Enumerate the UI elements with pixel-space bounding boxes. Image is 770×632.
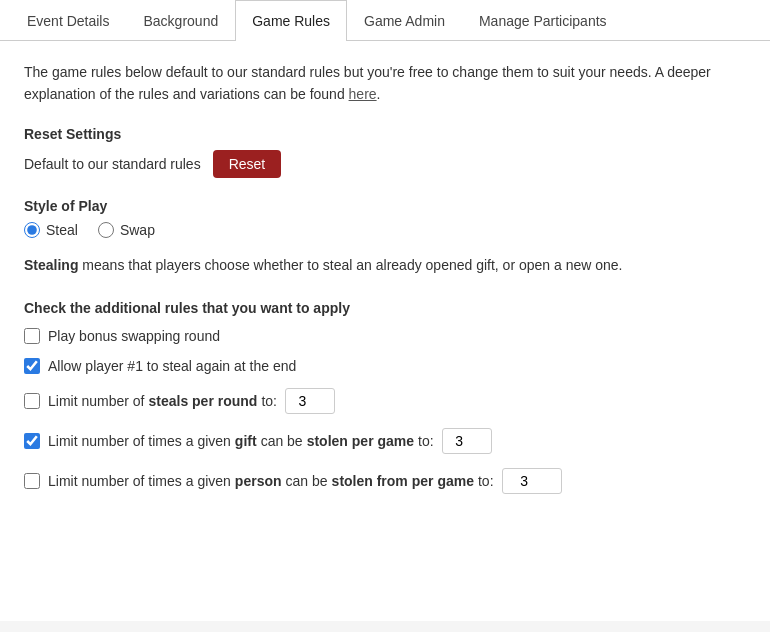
- gift-stolen-before: Limit number of times a given: [48, 433, 231, 449]
- gift-bold: gift: [235, 433, 257, 449]
- reset-label: Default to our standard rules: [24, 156, 201, 172]
- style-of-play-title: Style of Play: [24, 198, 746, 214]
- reset-button[interactable]: Reset: [213, 150, 282, 178]
- tab-manage-participants[interactable]: Manage Participants: [462, 0, 624, 41]
- limit-gift-stolen-label[interactable]: Limit number of times a given gift can b…: [48, 433, 434, 449]
- stealing-rest: means that players choose whether to ste…: [78, 257, 622, 273]
- steals-per-round-bold: steals per round: [148, 393, 257, 409]
- tab-game-rules[interactable]: Game Rules: [235, 0, 347, 41]
- person-stolen-before: Limit number of times a given: [48, 473, 231, 489]
- person-stolen-after: to:: [478, 473, 494, 489]
- bonus-swap-label[interactable]: Play bonus swapping round: [48, 328, 220, 344]
- steal-again-label[interactable]: Allow player #1 to steal again at the en…: [48, 358, 296, 374]
- intro-text-after: .: [377, 86, 381, 102]
- limit-steals-round-label[interactable]: Limit number of steals per round to:: [48, 393, 277, 409]
- tab-bar: Event Details Background Game Rules Game…: [0, 0, 770, 41]
- rule-steal-again: Allow player #1 to steal again at the en…: [24, 358, 746, 374]
- gift-stolen-after: to:: [418, 433, 434, 449]
- steal-radio[interactable]: [24, 222, 40, 238]
- person-stolen-middle: can be: [286, 473, 328, 489]
- reset-row: Default to our standard rules Reset: [24, 150, 746, 178]
- steal-again-checkbox[interactable]: [24, 358, 40, 374]
- limit-gift-stolen-input[interactable]: [442, 428, 492, 454]
- gift-stolen-middle: can be: [261, 433, 303, 449]
- intro-paragraph: The game rules below default to our stan…: [24, 61, 746, 106]
- additional-rules-section: Check the additional rules that you want…: [24, 300, 746, 494]
- stolen-per-game-bold: stolen per game: [307, 433, 414, 449]
- bonus-swap-checkbox[interactable]: [24, 328, 40, 344]
- steal-again-text: Allow player #1 to steal again at the en…: [48, 358, 296, 374]
- limit-steals-round-input[interactable]: [285, 388, 335, 414]
- steal-option[interactable]: Steal: [24, 222, 78, 238]
- style-of-play-section: Style of Play Steal Swap Stealing means …: [24, 198, 746, 276]
- rule-limit-steals-round: Limit number of steals per round to:: [24, 388, 746, 414]
- swap-radio[interactable]: [98, 222, 114, 238]
- here-link[interactable]: here: [349, 86, 377, 102]
- stealing-description: Stealing means that players choose wheth…: [24, 254, 746, 276]
- swap-label: Swap: [120, 222, 155, 238]
- reset-section-title: Reset Settings: [24, 126, 746, 142]
- rule-limit-person-stolen: Limit number of times a given person can…: [24, 468, 746, 494]
- additional-rules-title: Check the additional rules that you want…: [24, 300, 746, 316]
- tab-background[interactable]: Background: [126, 0, 235, 41]
- limit-person-stolen-label[interactable]: Limit number of times a given person can…: [48, 473, 494, 489]
- limit-steals-round-after: to:: [261, 393, 277, 409]
- limit-steals-round-before: Limit number of: [48, 393, 144, 409]
- tab-game-admin[interactable]: Game Admin: [347, 0, 462, 41]
- swap-option[interactable]: Swap: [98, 222, 155, 238]
- limit-gift-stolen-checkbox[interactable]: [24, 433, 40, 449]
- stolen-from-per-game-bold: stolen from per game: [332, 473, 474, 489]
- limit-steals-round-checkbox[interactable]: [24, 393, 40, 409]
- person-bold: person: [235, 473, 282, 489]
- rule-limit-gift-stolen: Limit number of times a given gift can b…: [24, 428, 746, 454]
- steal-label: Steal: [46, 222, 78, 238]
- bonus-swap-text: Play bonus swapping round: [48, 328, 220, 344]
- tab-event-details[interactable]: Event Details: [10, 0, 126, 41]
- stealing-bold: Stealing: [24, 257, 78, 273]
- main-content: The game rules below default to our stan…: [0, 41, 770, 621]
- style-radio-group: Steal Swap: [24, 222, 746, 238]
- limit-person-stolen-checkbox[interactable]: [24, 473, 40, 489]
- rule-bonus-swap: Play bonus swapping round: [24, 328, 746, 344]
- limit-person-stolen-input[interactable]: [502, 468, 562, 494]
